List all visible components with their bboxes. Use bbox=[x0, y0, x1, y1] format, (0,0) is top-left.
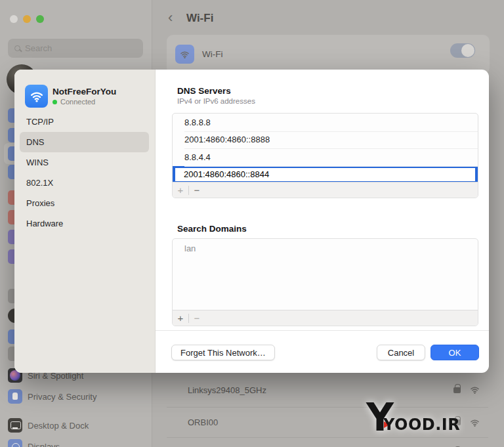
dns-servers-heading: DNS Servers bbox=[177, 86, 231, 96]
display-icon bbox=[8, 439, 22, 447]
sidebar-item-privacy-security[interactable]: Privacy & Security bbox=[0, 387, 152, 406]
window-controls bbox=[10, 15, 44, 23]
dns-list-footer: + − bbox=[173, 182, 478, 198]
add-domain-button[interactable]: + bbox=[173, 311, 188, 326]
nav-item-proxies[interactable]: Proxies bbox=[20, 193, 149, 213]
network-name: NotFreeForYou bbox=[52, 87, 116, 96]
ok-button[interactable]: OK bbox=[430, 345, 479, 360]
dns-server-row-editing bbox=[173, 166, 478, 184]
dns-server-input[interactable] bbox=[175, 168, 475, 182]
back-button[interactable]: ‹ bbox=[168, 9, 173, 26]
wifi-signal-icon bbox=[469, 418, 480, 427]
wifi-label: Wi-Fi bbox=[202, 49, 222, 59]
wifi-toggle-card: Wi-Fi bbox=[167, 35, 490, 74]
remove-dns-button[interactable]: − bbox=[189, 183, 205, 198]
dialog-sidebar: NotFreeForYou Connected TCP/IP DNS WINS … bbox=[14, 70, 156, 373]
network-row[interactable] bbox=[167, 437, 488, 447]
watermark-text: YOOD.IR bbox=[383, 415, 460, 434]
search-domain-row[interactable]: lan bbox=[173, 239, 478, 253]
zoom-button[interactable] bbox=[36, 15, 44, 23]
wifi-icon bbox=[25, 85, 48, 108]
nav-item-dns[interactable]: DNS bbox=[20, 132, 149, 152]
add-dns-button[interactable]: + bbox=[173, 183, 188, 198]
wifi-icon bbox=[175, 45, 194, 64]
hand-icon bbox=[8, 389, 22, 404]
page-title: Wi-Fi bbox=[186, 12, 213, 25]
dns-servers-list: 8.8.8.8 2001:4860:4860::8888 8.8.4.4 + − bbox=[172, 113, 478, 198]
dns-servers-subheading: IPv4 or IPv6 addresses bbox=[177, 97, 255, 105]
close-button[interactable] bbox=[10, 15, 18, 23]
search-placeholder: Search bbox=[25, 43, 52, 53]
toggle-knob bbox=[461, 44, 474, 57]
watermark: Y YOOD.IR bbox=[366, 398, 458, 438]
dns-server-row[interactable]: 8.8.4.4 bbox=[173, 148, 478, 166]
search-domains-footer: + − bbox=[173, 310, 478, 326]
cancel-button[interactable]: Cancel bbox=[377, 345, 425, 360]
dialog-nav: TCP/IP DNS WINS 802.1X Proxies Hardware bbox=[14, 112, 156, 234]
network-status: Connected bbox=[52, 98, 95, 106]
search-icon bbox=[14, 45, 20, 51]
dns-server-row[interactable]: 2001:4860:4860::8888 bbox=[173, 131, 478, 149]
network-details-dialog: NotFreeForYou Connected TCP/IP DNS WINS … bbox=[14, 70, 489, 373]
remove-domain-button[interactable]: − bbox=[189, 311, 205, 326]
sidebar-item-desktop-dock[interactable]: Desktop & Dock bbox=[0, 416, 152, 435]
sidebar-item-displays[interactable]: Displays bbox=[0, 437, 152, 447]
desktop-icon bbox=[8, 418, 22, 433]
nav-item-wins[interactable]: WINS bbox=[20, 152, 149, 173]
connected-dot-icon bbox=[52, 100, 57, 104]
wifi-toggle[interactable] bbox=[450, 43, 475, 58]
wifi-signal-icon bbox=[469, 385, 480, 394]
search-domains-heading: Search Domains bbox=[177, 224, 247, 234]
dialog-footer: Forget This Network… Cancel OK bbox=[156, 330, 489, 373]
nav-item-tcpip[interactable]: TCP/IP bbox=[20, 112, 149, 132]
search-input[interactable]: Search bbox=[8, 39, 143, 58]
lock-icon bbox=[453, 387, 461, 393]
minimize-button[interactable] bbox=[23, 15, 31, 23]
search-domains-content: lan bbox=[173, 239, 478, 310]
forget-network-button[interactable]: Forget This Network… bbox=[171, 345, 275, 360]
dns-settings-panel: DNS Servers IPv4 or IPv6 addresses 8.8.8… bbox=[156, 70, 489, 373]
dns-server-row[interactable]: 8.8.8.8 bbox=[173, 114, 478, 131]
nav-item-hardware[interactable]: Hardware bbox=[20, 213, 149, 234]
nav-item-8021x[interactable]: 802.1X bbox=[20, 173, 149, 193]
search-domains-list: lan + − bbox=[172, 238, 478, 326]
